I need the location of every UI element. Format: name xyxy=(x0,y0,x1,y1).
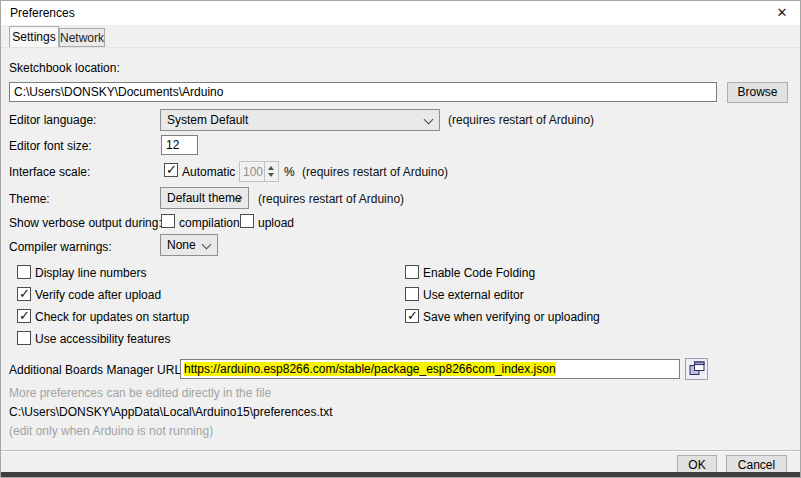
compiler-warnings-value: None xyxy=(167,238,196,252)
code-folding-checkbox[interactable] xyxy=(405,265,419,279)
compilation-checkbox-label[interactable]: compilation xyxy=(179,216,240,230)
edit-only-note: (edit only when Arduino is not running) xyxy=(9,424,213,438)
browse-button[interactable]: Browse xyxy=(727,82,788,103)
accessibility-label[interactable]: Use accessibility features xyxy=(35,332,170,346)
chevron-down-icon xyxy=(202,240,212,250)
theme-dropdown[interactable]: Default theme xyxy=(160,187,249,209)
editor-font-size-label: Editor font size: xyxy=(9,139,92,153)
verbose-output-label: Show verbose output during: xyxy=(9,216,162,230)
scale-spinner[interactable]: 100 xyxy=(239,161,279,182)
boards-url-text: https://arduino.esp8266.com/stable/packa… xyxy=(184,362,556,376)
preferences-file-path: C:\Users\DONSKY\AppData\Local\Arduino15\… xyxy=(9,405,332,419)
display-line-numbers-checkbox[interactable] xyxy=(17,265,31,279)
editor-language-note: (requires restart of Arduino) xyxy=(448,113,594,127)
editor-language-dropdown[interactable]: System Default xyxy=(160,109,440,131)
tab-settings[interactable]: Settings xyxy=(9,26,59,47)
boards-manager-label: Additional Boards Manager URLs: xyxy=(9,363,190,377)
automatic-checkbox[interactable] xyxy=(164,163,178,177)
display-line-numbers-label[interactable]: Display line numbers xyxy=(35,266,146,280)
save-when-verifying-label[interactable]: Save when verifying or uploading xyxy=(423,310,600,324)
sketchbook-location-input[interactable] xyxy=(9,82,717,102)
background-window-edge xyxy=(1,472,800,477)
button-bar-highlight xyxy=(1,451,800,452)
sketchbook-location-label: Sketchbook location: xyxy=(9,61,120,75)
spinner-arrows[interactable] xyxy=(264,162,278,181)
editor-language-value: System Default xyxy=(167,113,248,127)
upload-checkbox[interactable] xyxy=(240,214,254,228)
percent-sign: % xyxy=(284,165,295,179)
windows-icon xyxy=(689,361,705,376)
upload-checkbox-label[interactable]: upload xyxy=(258,216,294,230)
window-title: Preferences xyxy=(10,6,75,20)
close-icon[interactable] xyxy=(773,4,791,22)
chevron-down-icon xyxy=(424,115,434,125)
code-folding-label[interactable]: Enable Code Folding xyxy=(423,266,535,280)
interface-scale-label: Interface scale: xyxy=(9,165,90,179)
compilation-checkbox[interactable] xyxy=(161,214,175,228)
interface-scale-note: (requires restart of Arduino) xyxy=(302,165,448,179)
spinner-up-icon[interactable] xyxy=(268,166,274,170)
external-editor-label[interactable]: Use external editor xyxy=(423,288,524,302)
save-when-verifying-checkbox[interactable] xyxy=(405,309,419,323)
check-updates-label[interactable]: Check for updates on startup xyxy=(35,310,189,324)
theme-value: Default theme xyxy=(167,191,242,205)
check-updates-checkbox[interactable] xyxy=(17,309,31,323)
open-urls-dialog-button[interactable] xyxy=(685,358,708,380)
theme-note: (requires restart of Arduino) xyxy=(258,192,404,206)
editor-font-size-input[interactable] xyxy=(161,135,198,155)
scale-spinner-value: 100 xyxy=(240,165,263,179)
external-editor-checkbox[interactable] xyxy=(405,287,419,301)
verify-code-checkbox[interactable] xyxy=(17,287,31,301)
title-bar: Preferences xyxy=(1,1,800,25)
more-preferences-note: More preferences can be edited directly … xyxy=(9,386,271,400)
preferences-dialog: Preferences Settings Network Sketchbook … xyxy=(0,0,801,478)
theme-label: Theme: xyxy=(9,192,50,206)
spinner-down-icon[interactable] xyxy=(268,173,274,177)
compiler-warnings-label: Compiler warnings: xyxy=(9,240,112,254)
accessibility-checkbox[interactable] xyxy=(17,331,31,345)
verify-code-label[interactable]: Verify code after upload xyxy=(35,288,161,302)
tab-pane-divider xyxy=(1,47,800,48)
editor-language-label: Editor language: xyxy=(9,113,96,127)
automatic-checkbox-label[interactable]: Automatic xyxy=(182,165,235,179)
compiler-warnings-dropdown[interactable]: None xyxy=(160,234,218,256)
boards-manager-url-input[interactable]: https://arduino.esp8266.com/stable/packa… xyxy=(180,359,680,379)
tab-network[interactable]: Network xyxy=(59,28,105,47)
